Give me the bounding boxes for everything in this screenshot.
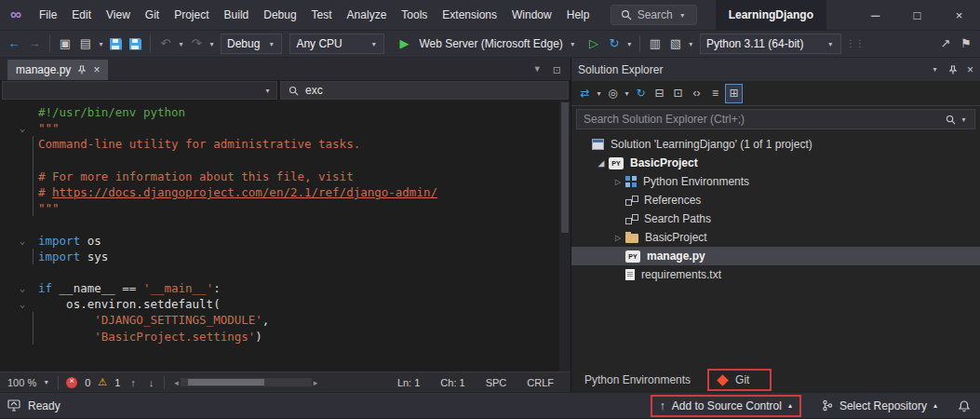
chevron-down-icon[interactable]: ▾	[625, 40, 634, 48]
menu-item-tools[interactable]: Tools	[394, 0, 435, 30]
select-repository-button[interactable]: Select Repository ▴	[814, 395, 945, 417]
save-button[interactable]	[110, 38, 122, 50]
sync-with-active-document-icon[interactable]: ⇄	[576, 84, 594, 103]
expander-expanded-icon[interactable]: ◢	[594, 159, 609, 168]
chevron-down-icon[interactable]: ▾	[177, 40, 185, 48]
document-dropdown-icon[interactable]: ▼	[533, 64, 542, 76]
scrollbar-thumb[interactable]	[561, 102, 569, 233]
menu-item-file[interactable]: File	[32, 0, 64, 30]
new-project-button[interactable]: ▣	[56, 34, 74, 54]
error-icon[interactable]	[66, 377, 77, 388]
list-view-icon[interactable]: ≡	[706, 84, 724, 103]
start-debugging-button[interactable]: ▶ Web Server (Microsoft Edge) ▾	[389, 34, 583, 54]
previous-issue-button[interactable]: ↑	[128, 377, 139, 388]
tool-tab-git[interactable]: Git	[707, 369, 772, 391]
scroll-right-icon[interactable]: ▸	[312, 378, 320, 387]
refresh-button[interactable]: ↻	[605, 34, 624, 54]
fold-open-icon[interactable]: ⌄	[13, 280, 32, 296]
scrollbar-track[interactable]	[181, 378, 312, 386]
solution-explorer-header[interactable]: Solution Explorer ▾ ×	[571, 58, 980, 81]
code-line: 'BasicProject.settings')	[0, 329, 571, 345]
redo-button[interactable]: ↷	[187, 34, 206, 54]
menu-item-view[interactable]: View	[99, 0, 138, 30]
fold-open-icon[interactable]: ⌄	[13, 120, 32, 136]
close-panel-icon[interactable]: ×	[967, 63, 973, 76]
chevron-down-icon[interactable]: ▾	[208, 40, 216, 48]
tree-item-basicproject[interactable]: ▷BasicProject	[571, 228, 980, 247]
menu-item-build[interactable]: Build	[217, 0, 257, 30]
collapse-all-icon[interactable]: ⊟	[651, 84, 668, 103]
save-all-button[interactable]	[129, 38, 141, 50]
feedback-button[interactable]: ⚑	[957, 34, 975, 54]
chevron-down-icon[interactable]: ▾	[595, 89, 603, 98]
menu-item-debug[interactable]: Debug	[256, 0, 303, 30]
search-icon[interactable]	[946, 115, 956, 125]
tree-item-python-environments[interactable]: ▷Python Environments	[571, 172, 980, 191]
chevron-down-icon[interactable]: ▾	[960, 115, 968, 124]
python-environment-dropdown[interactable]: Python 3.11 (64-bit) ▾	[700, 34, 841, 54]
float-window-icon[interactable]: ⊡	[553, 64, 561, 76]
tree-item-search-paths[interactable]: Search Paths	[571, 210, 980, 228]
close-button[interactable]: ×	[938, 0, 980, 31]
maximize-button[interactable]: □	[896, 0, 938, 31]
menu-item-window[interactable]: Window	[504, 0, 559, 30]
find-box[interactable]: exc	[280, 81, 569, 100]
chevron-down-icon[interactable]: ▾	[687, 40, 695, 48]
menu-item-project[interactable]: Project	[167, 0, 216, 30]
warning-icon[interactable]: ⚠	[98, 376, 107, 388]
filter-icon[interactable]: ◎	[604, 84, 622, 103]
scroll-left-icon[interactable]: ◂	[172, 378, 181, 387]
properties-icon[interactable]: ⊡	[669, 84, 687, 103]
view-code-icon[interactable]: ‹›	[688, 84, 705, 103]
expander-collapsed-icon[interactable]: ▷	[611, 234, 625, 242]
chevron-down-icon[interactable]: ▾	[623, 89, 631, 98]
tree-item-requirements-txt[interactable]: requirements.txt	[571, 265, 980, 284]
platform-dropdown[interactable]: Any CPU ▾	[289, 34, 384, 54]
tree-item-references[interactable]: References	[571, 191, 980, 210]
menu-item-help[interactable]: Help	[559, 0, 597, 30]
solution-explorer-search[interactable]: Search Solution Explorer (Ctrl+;) ▾	[576, 109, 975, 129]
navigate-forward-button[interactable]: →	[25, 34, 44, 54]
browser-link-button[interactable]: ▥	[646, 34, 665, 54]
show-all-files-icon[interactable]: ⊞	[725, 84, 743, 103]
expander-collapsed-icon[interactable]: ▷	[611, 178, 625, 186]
editor-vertical-scrollbar[interactable]	[559, 101, 571, 372]
menu-item-edit[interactable]: Edit	[64, 0, 99, 30]
next-issue-button[interactable]: ↓	[146, 377, 157, 388]
menu-item-git[interactable]: Git	[138, 0, 167, 30]
titlebar-search[interactable]: Search ▾	[611, 5, 697, 25]
toolbar-overflow-button[interactable]: ⋮⋮	[846, 34, 865, 54]
chevron-down-icon[interactable]: ▾	[97, 40, 105, 48]
navigate-back-button[interactable]: ←	[5, 34, 23, 54]
fold-open-icon[interactable]: ⌄	[13, 296, 32, 312]
tab-manage-py[interactable]: manage.py ×	[7, 60, 108, 80]
add-new-file-button[interactable]: ▤	[76, 34, 95, 54]
refresh-icon[interactable]: ↻	[632, 84, 650, 103]
menu-item-analyze[interactable]: Analyze	[340, 0, 395, 30]
window-position-icon[interactable]: ▾	[931, 65, 939, 74]
image-button[interactable]: ▧	[666, 34, 685, 54]
tree-item-solution-learningdjango-1-of-1-project[interactable]: Solution 'LearningDjango' (1 of 1 projec…	[571, 135, 980, 154]
zoom-dropdown[interactable]: 100 % ▾	[7, 377, 50, 388]
pin-icon[interactable]	[77, 65, 87, 74]
tool-tab-python-environments[interactable]: Python Environments	[575, 369, 700, 391]
notifications-bell-icon[interactable]	[958, 399, 971, 412]
fold-open-icon[interactable]: ⌄	[13, 233, 32, 249]
code-editor[interactable]: #!/usr/bin/env python⌄"""Command-line ut…	[0, 101, 571, 372]
add-to-source-control-button[interactable]: ↑ Add to Source Control ▴	[651, 395, 801, 417]
background-tasks-icon[interactable]	[7, 399, 20, 412]
start-without-debugging-button[interactable]: ▷	[584, 34, 603, 54]
tree-item-manage-py[interactable]: PYmanage.py	[571, 247, 980, 265]
menu-item-extensions[interactable]: Extensions	[435, 0, 504, 30]
debug-configuration-dropdown[interactable]: Debug ▾	[221, 34, 282, 54]
editor-horizontal-scrollbar[interactable]: ◂ ▸	[172, 378, 319, 387]
scrollbar-thumb[interactable]	[188, 379, 264, 385]
pin-icon[interactable]	[948, 65, 958, 74]
undo-button[interactable]: ↶	[156, 34, 175, 54]
tree-item-basicproject[interactable]: ◢PYBasicProject	[571, 154, 980, 172]
nav-scope-dropdown[interactable]: ▾	[2, 81, 277, 100]
minimize-button[interactable]: ─	[854, 0, 896, 31]
menu-item-test[interactable]: Test	[304, 0, 340, 30]
share-button[interactable]: ↗	[936, 34, 955, 54]
close-tab-icon[interactable]: ×	[93, 63, 100, 76]
